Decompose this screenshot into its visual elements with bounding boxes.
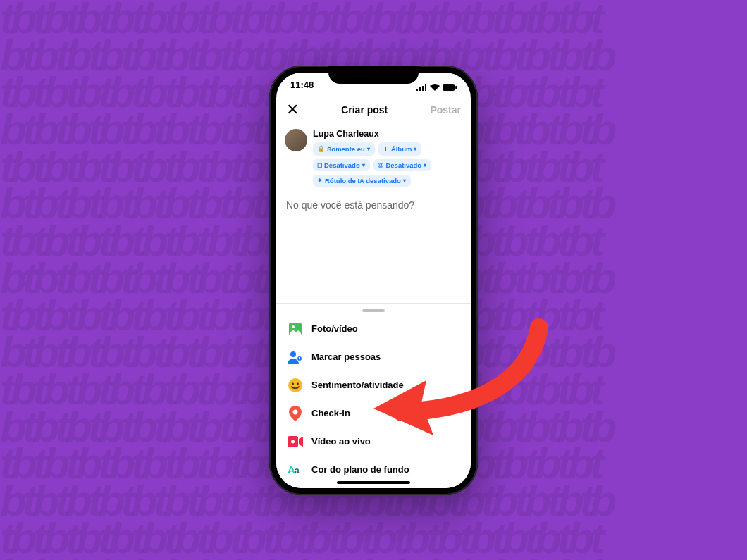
lock-icon: 🔒 (317, 145, 325, 152)
phone-frame: 11:48 ✕ Criar post Postar Lupa Charle (269, 66, 478, 495)
threads-icon: @ (378, 161, 384, 168)
svg-point-9 (293, 409, 298, 414)
chip-label: Álbum (391, 145, 412, 153)
post-button[interactable]: Postar (430, 104, 461, 116)
instagram-icon: ◻ (317, 161, 322, 168)
svg-point-4 (290, 351, 296, 357)
screen: 11:48 ✕ Criar post Postar Lupa Charle (276, 73, 471, 488)
live-video-icon (288, 434, 303, 449)
audience-chips: 🔒Somente eu▾ ＋Álbum▾ ◻Desativado▾ @Desat… (313, 142, 462, 187)
svg-rect-0 (443, 84, 455, 91)
option-checkin[interactable]: Check-in (276, 399, 471, 428)
user-name: Lupa Charleaux (313, 129, 462, 139)
chevron-down-icon: ▾ (424, 162, 426, 168)
plus-icon: ＋ (383, 144, 389, 154)
notch (328, 66, 419, 84)
wifi-icon (430, 82, 440, 93)
chip-album[interactable]: ＋Álbum▾ (378, 142, 422, 156)
svg-point-8 (297, 382, 299, 385)
location-icon (288, 406, 303, 421)
option-label: Vídeo ao vivo (311, 436, 371, 447)
chip-label: Desativado (385, 161, 421, 169)
svg-text:a: a (295, 466, 300, 475)
option-photo-video[interactable]: Foto/vídeo (276, 315, 471, 343)
chevron-down-icon: ▾ (367, 146, 370, 152)
battery-icon (443, 82, 457, 93)
avatar[interactable] (285, 129, 307, 151)
option-label: Sentimento/atividade (311, 380, 404, 390)
option-label: Check-in (311, 408, 350, 418)
photo-icon (288, 321, 303, 337)
tag-people-icon (288, 349, 303, 365)
chevron-down-icon: ▾ (403, 178, 406, 184)
svg-point-7 (292, 382, 294, 385)
nav-bar: ✕ Criar post Postar (276, 97, 471, 123)
signal-icon (416, 82, 427, 93)
svg-rect-1 (455, 86, 457, 89)
composer-input[interactable]: No que você está pensando? (276, 192, 471, 218)
option-feeling[interactable]: Sentimento/atividade (276, 371, 471, 399)
chip-label: Desativado (324, 161, 360, 169)
svg-point-6 (288, 378, 302, 392)
composer-header: Lupa Charleaux 🔒Somente eu▾ ＋Álbum▾ ◻Des… (276, 123, 471, 192)
chevron-down-icon: ▾ (362, 162, 365, 168)
chip-audience[interactable]: 🔒Somente eu▾ (313, 142, 375, 156)
status-time: 11:48 (290, 80, 314, 97)
option-live-video[interactable]: Vídeo ao vivo (276, 428, 471, 456)
option-background-color[interactable]: Aa Cor do plano de fundo (276, 456, 471, 484)
options-sheet: Foto/vídeo Marcar pessoas Sentimento/ati… (276, 303, 471, 488)
feeling-icon (288, 378, 303, 393)
chip-off1[interactable]: ◻Desativado▾ (313, 159, 370, 171)
page-title: Criar post (341, 104, 388, 116)
chevron-down-icon: ▾ (414, 146, 416, 152)
svg-point-11 (291, 440, 295, 443)
chip-label: Somente eu (327, 145, 365, 153)
sparkle-icon: ✦ (317, 177, 323, 184)
chip-ai[interactable]: ✦Rótulo de IA desativado▾ (313, 175, 411, 187)
svg-point-3 (292, 325, 295, 328)
text-color-icon: Aa (288, 462, 303, 478)
home-indicator[interactable] (337, 481, 410, 484)
status-icons (416, 80, 457, 97)
chip-off2[interactable]: @Desativado▾ (374, 159, 431, 171)
option-tag-people[interactable]: Marcar pessoas (276, 343, 471, 371)
sheet-grabber[interactable] (362, 309, 385, 312)
option-label: Cor do plano de fundo (311, 464, 409, 475)
close-button[interactable]: ✕ (286, 102, 299, 118)
option-label: Marcar pessoas (311, 351, 381, 362)
chip-label: Rótulo de IA desativado (325, 177, 401, 185)
option-label: Foto/vídeo (311, 323, 358, 334)
